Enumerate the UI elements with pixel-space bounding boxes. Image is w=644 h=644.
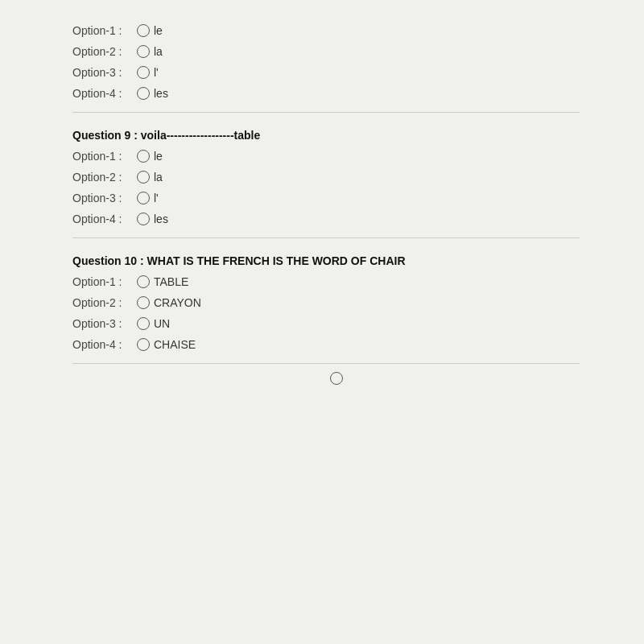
radio-q9-o1[interactable] <box>137 150 150 163</box>
option-text-q9-o2: la <box>154 171 163 184</box>
question-block-q9: Question 9 : voila------------------tabl… <box>72 121 580 238</box>
option-text-q8-o2: la <box>154 45 163 58</box>
question-block-q10: Question 10 : WHAT IS THE FRENCH IS THE … <box>72 246 580 364</box>
option-row-q8-o4: Option-4 : les <box>72 87 580 100</box>
question-block-q8: Option-1 : le Option-2 : la Option-3 : l… <box>72 16 580 113</box>
radio-q9-o4[interactable] <box>137 213 150 225</box>
bottom-partial <box>72 372 580 387</box>
quiz-container: Option-1 : le Option-2 : la Option-3 : l… <box>0 8 644 395</box>
option-row-q9-o2: Option-2 : la <box>72 171 580 184</box>
option-label-q10-o2: Option-2 : <box>72 296 137 309</box>
option-text-q9-o3: l' <box>154 192 159 204</box>
radio-q9-o3[interactable] <box>137 192 150 204</box>
option-row-q9-o1: Option-1 : le <box>72 150 580 163</box>
option-text-q8-o4: les <box>154 87 168 100</box>
option-label-q10-o1: Option-1 : <box>72 275 137 288</box>
option-label-q9-o4: Option-4 : <box>72 213 137 225</box>
option-row-q9-o4: Option-4 : les <box>72 213 580 225</box>
option-row-q8-o3: Option-3 : l' <box>72 66 580 79</box>
option-row-q9-o3: Option-3 : l' <box>72 192 580 204</box>
option-label-q10-o4: Option-4 : <box>72 338 137 351</box>
option-text-q9-o1: le <box>154 150 163 163</box>
option-label-q8-o1: Option-1 : <box>72 24 137 37</box>
radio-q10-o4[interactable] <box>137 338 150 351</box>
option-row-q10-o3: Option-3 : UN <box>72 317 580 330</box>
option-label-q9-o3: Option-3 : <box>72 192 137 204</box>
option-label-q9-o2: Option-2 : <box>72 171 137 184</box>
option-row-q10-o2: Option-2 : CRAYON <box>72 296 580 309</box>
option-row-q8-o2: Option-2 : la <box>72 45 580 58</box>
option-row-q8-o1: Option-1 : le <box>72 24 580 37</box>
question-label-q9: Question 9 : voila------------------tabl… <box>72 129 580 142</box>
option-text-q9-o4: les <box>154 213 168 225</box>
option-label-q9-o1: Option-1 : <box>72 150 137 163</box>
option-label-q8-o4: Option-4 : <box>72 87 137 100</box>
radio-q9-o2[interactable] <box>137 171 150 184</box>
radio-q10-o1[interactable] <box>137 275 150 288</box>
radio-q8-o1[interactable] <box>137 24 150 37</box>
option-label-q10-o3: Option-3 : <box>72 317 137 330</box>
radio-q8-o4[interactable] <box>137 87 150 100</box>
option-text-q10-o4: CHAISE <box>154 338 196 351</box>
option-text-q8-o1: le <box>154 24 163 37</box>
radio-q10-o3[interactable] <box>137 317 150 330</box>
radio-q8-o3[interactable] <box>137 66 150 79</box>
option-row-q10-o4: Option-4 : CHAISE <box>72 338 580 351</box>
option-text-q8-o3: l' <box>154 66 159 79</box>
radio-bottom[interactable] <box>330 372 343 385</box>
radio-q8-o2[interactable] <box>137 45 150 58</box>
option-text-q10-o3: UN <box>154 317 170 330</box>
radio-q10-o2[interactable] <box>137 296 150 309</box>
option-row-q10-o1: Option-1 : TABLE <box>72 275 580 288</box>
option-label-q8-o2: Option-2 : <box>72 45 137 58</box>
option-text-q10-o2: CRAYON <box>154 296 201 309</box>
question-label-q10: Question 10 : WHAT IS THE FRENCH IS THE … <box>72 254 580 267</box>
option-label-q8-o3: Option-3 : <box>72 66 137 79</box>
option-text-q10-o1: TABLE <box>154 275 188 288</box>
